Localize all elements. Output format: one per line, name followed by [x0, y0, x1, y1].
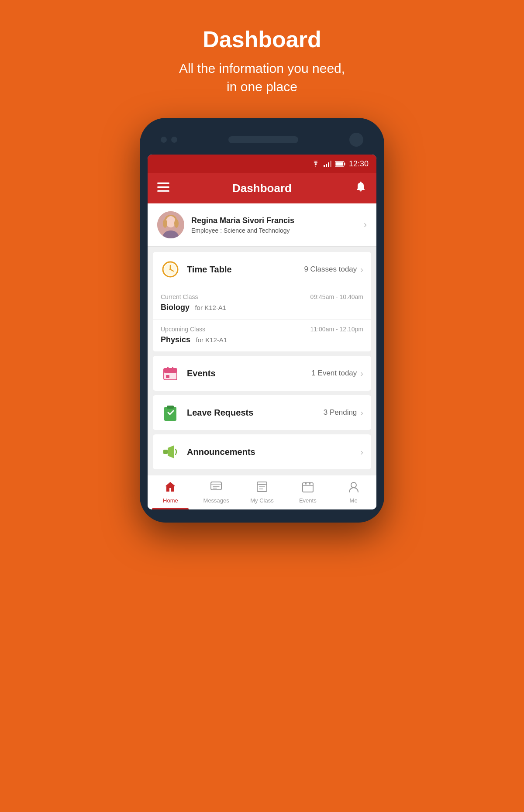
- current-class-time: 09:45am - 10.40am: [310, 293, 363, 300]
- upcoming-class-item[interactable]: Upcoming Class 11:00am - 12.10pm Physics…: [153, 319, 371, 351]
- nav-events[interactable]: Events: [285, 475, 331, 509]
- svg-rect-28: [163, 450, 168, 454]
- events-count: 1 Event today: [311, 369, 357, 378]
- announcements-header[interactable]: Announcements ›: [153, 434, 371, 469]
- page-title: Dashboard: [179, 26, 345, 52]
- announce-speaker-icon: [161, 442, 180, 461]
- leave-requests-count: 3 Pending: [324, 408, 357, 417]
- profile-info: Regina Maria Sivori Francis Employee : S…: [191, 216, 357, 234]
- timetable-card[interactable]: Time Table 9 Classes today › Current Cla…: [153, 252, 371, 351]
- event-calendar-icon: [161, 364, 180, 383]
- wifi-icon: [311, 161, 320, 167]
- upcoming-class-label: Upcoming Class: [161, 326, 205, 333]
- announcements-card[interactable]: Announcements ›: [153, 434, 371, 469]
- nav-me[interactable]: Me: [331, 475, 376, 509]
- svg-rect-5: [344, 163, 345, 165]
- clock-icon: [161, 260, 180, 279]
- upcoming-class-subject: Physics: [161, 335, 190, 344]
- page-subtitle: All the information you need, in one pla…: [179, 59, 345, 96]
- page-header: Dashboard All the information you need, …: [179, 26, 345, 96]
- svg-rect-23: [167, 367, 169, 371]
- nav-messages[interactable]: Messages: [193, 475, 239, 509]
- events-chevron-icon: ›: [360, 368, 363, 378]
- signal-icon: [324, 161, 331, 167]
- nav-myclass-label: My Class: [250, 497, 273, 504]
- profile-card[interactable]: Regina Maria Sivori Francis Employee : S…: [148, 203, 376, 247]
- events-title: Events: [187, 368, 216, 378]
- phone-screen: 12:30 Dashboard: [148, 155, 376, 509]
- leave-requests-title: Leave Requests: [187, 408, 253, 418]
- svg-rect-22: [164, 368, 177, 373]
- app-bar-title: Dashboard: [232, 182, 292, 195]
- phone-top-bar: [148, 131, 376, 148]
- svg-rect-32: [303, 483, 313, 492]
- myclass-icon: [256, 481, 268, 495]
- profile-name: Regina Maria Sivori Francis: [191, 216, 357, 225]
- svg-point-20: [169, 268, 171, 270]
- phone-camera-right: [349, 133, 363, 147]
- bottom-nav: Home Messages: [148, 475, 376, 509]
- svg-rect-2: [328, 162, 329, 167]
- leave-requests-header[interactable]: Leave Requests 3 Pending ›: [153, 395, 371, 430]
- announcements-title: Announcements: [187, 447, 255, 457]
- nav-messages-label: Messages: [203, 497, 229, 504]
- svg-marker-29: [168, 445, 174, 458]
- svg-rect-0: [324, 165, 325, 167]
- svg-point-14: [163, 219, 167, 228]
- announcements-chevron-icon: ›: [360, 447, 363, 457]
- content-area: Time Table 9 Classes today › Current Cla…: [148, 247, 376, 475]
- svg-rect-7: [157, 182, 169, 184]
- svg-point-12: [166, 216, 176, 227]
- leave-checkmark-icon: [161, 403, 180, 422]
- profile-chevron-icon: ›: [364, 219, 367, 231]
- nav-home[interactable]: Home: [148, 475, 193, 509]
- bell-icon[interactable]: [355, 181, 367, 196]
- svg-rect-6: [335, 162, 343, 165]
- leave-requests-card[interactable]: Leave Requests 3 Pending ›: [153, 395, 371, 430]
- home-icon: [164, 481, 176, 495]
- status-time: 12:30: [349, 159, 369, 169]
- profile-role: Employee : Science and Technology: [191, 227, 357, 234]
- current-class-label: Current Class: [161, 293, 198, 300]
- timetable-title: Time Table: [187, 265, 232, 275]
- nav-events-icon: [302, 481, 314, 495]
- events-header[interactable]: Events 1 Event today ›: [153, 356, 371, 391]
- svg-rect-25: [166, 375, 169, 378]
- me-icon: [348, 481, 360, 495]
- svg-rect-3: [330, 161, 331, 167]
- svg-rect-35: [309, 482, 310, 485]
- nav-home-label: Home: [163, 497, 178, 504]
- svg-rect-30: [211, 482, 221, 490]
- events-card[interactable]: Events 1 Event today ›: [153, 356, 371, 391]
- leave-requests-chevron-icon: ›: [360, 408, 363, 418]
- nav-me-label: Me: [350, 497, 358, 504]
- battery-icon: [335, 161, 345, 167]
- nav-events-label: Events: [299, 497, 317, 504]
- phone-speaker: [228, 136, 298, 143]
- timetable-chevron-icon: ›: [360, 265, 363, 275]
- upcoming-class-time: 11:00am - 12.10pm: [310, 326, 363, 333]
- svg-rect-9: [157, 190, 169, 192]
- svg-rect-34: [305, 482, 307, 485]
- svg-rect-8: [157, 186, 169, 188]
- phone-camera-dots: [161, 137, 177, 143]
- svg-rect-24: [172, 367, 173, 371]
- svg-rect-27: [167, 406, 174, 409]
- messages-icon: [210, 481, 222, 495]
- current-class-item[interactable]: Current Class 09:45am - 10.40am Biology …: [153, 287, 371, 319]
- svg-point-15: [174, 219, 179, 228]
- status-bar: 12:30: [148, 155, 376, 173]
- timetable-count: 9 Classes today: [304, 265, 357, 274]
- timetable-header[interactable]: Time Table 9 Classes today ›: [153, 252, 371, 287]
- current-class-subject: Biology: [161, 303, 190, 312]
- status-icons: 12:30: [311, 159, 369, 169]
- phone-dot-2: [171, 137, 177, 143]
- svg-rect-1: [326, 164, 327, 167]
- svg-point-36: [351, 482, 356, 488]
- app-bar: Dashboard: [148, 173, 376, 203]
- nav-myclass[interactable]: My Class: [239, 475, 285, 509]
- phone-shell: 12:30 Dashboard: [140, 118, 384, 523]
- hamburger-icon[interactable]: [157, 182, 169, 195]
- current-class-group: for K12-A1: [195, 304, 226, 311]
- phone-dot-1: [161, 137, 167, 143]
